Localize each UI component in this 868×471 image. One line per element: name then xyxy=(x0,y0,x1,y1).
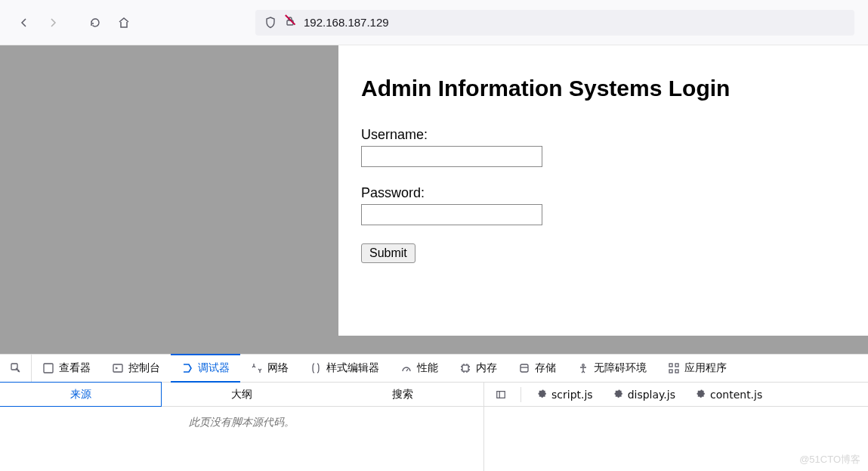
extension-icon xyxy=(538,389,548,400)
tab-network-label: 网络 xyxy=(267,361,289,375)
password-label: Password: xyxy=(361,185,845,201)
login-panel: Admin Information Systems Login Username… xyxy=(338,45,868,336)
devtools-left-pane: 来源 大纲 搜索 此页没有脚本源代码。 xyxy=(0,383,484,471)
toggle-panel-button[interactable] xyxy=(490,389,511,400)
tab-application-label: 应用程序 xyxy=(684,361,727,375)
svg-rect-8 xyxy=(675,364,678,367)
devtools-panel: 查看器 控制台 调试器 网络 样式编辑器 性能 内存 存储 xyxy=(0,354,868,471)
tab-accessibility-label: 无障碍环境 xyxy=(594,361,647,375)
password-input[interactable] xyxy=(361,204,542,225)
tab-storage[interactable]: 存储 xyxy=(508,355,567,382)
tab-debugger[interactable]: 调试器 xyxy=(171,354,240,383)
tab-style-editor-label: 样式编辑器 xyxy=(326,361,379,375)
browser-toolbar: 192.168.187.129 xyxy=(0,0,868,45)
script-tab-1-label: display.js xyxy=(628,389,675,401)
shield-icon xyxy=(264,17,276,29)
tab-inspector-label: 查看器 xyxy=(59,361,91,375)
svg-rect-5 xyxy=(520,364,528,372)
url-text: 192.168.187.129 xyxy=(304,16,389,29)
page-title: Admin Information Systems Login xyxy=(361,76,845,101)
subtab-outline[interactable]: 大纲 xyxy=(161,383,322,406)
svg-rect-0 xyxy=(287,20,293,25)
svg-rect-11 xyxy=(497,391,505,398)
tab-memory[interactable]: 内存 xyxy=(449,355,508,382)
svg-rect-7 xyxy=(669,364,672,367)
tab-performance-label: 性能 xyxy=(417,361,438,375)
element-picker-button[interactable] xyxy=(0,355,32,382)
tab-memory-label: 内存 xyxy=(476,361,497,375)
tab-accessibility[interactable]: 无障碍环境 xyxy=(567,355,657,382)
back-button[interactable] xyxy=(14,12,35,33)
username-input[interactable] xyxy=(361,146,542,167)
subtab-search-label: 搜索 xyxy=(392,388,413,401)
svg-point-6 xyxy=(582,364,585,367)
extension-icon xyxy=(697,389,707,400)
script-tab-1[interactable]: display.js xyxy=(607,389,683,401)
forward-button[interactable] xyxy=(42,12,63,33)
tab-console-label: 控制台 xyxy=(128,361,160,375)
username-label: Username: xyxy=(361,127,845,143)
script-tab-bar: script.js display.js content.js xyxy=(484,383,868,407)
page-viewport: Admin Information Systems Login Username… xyxy=(0,45,868,354)
tab-inspector[interactable]: 查看器 xyxy=(32,355,101,382)
tab-debugger-label: 调试器 xyxy=(198,361,230,375)
tab-application[interactable]: 应用程序 xyxy=(657,355,737,382)
tab-performance[interactable]: 性能 xyxy=(390,355,449,382)
script-tab-2[interactable]: content.js xyxy=(689,389,770,401)
script-tab-0-label: script.js xyxy=(551,389,593,401)
tab-network[interactable]: 网络 xyxy=(240,355,299,382)
svg-rect-4 xyxy=(462,365,468,371)
svg-rect-2 xyxy=(44,364,53,373)
sources-empty-message: 此页没有脚本源代码。 xyxy=(0,407,483,471)
subtab-outline-label: 大纲 xyxy=(231,388,252,401)
reload-button[interactable] xyxy=(85,12,106,33)
subtab-sources-label: 来源 xyxy=(70,388,91,401)
devtools-tabbar: 查看器 控制台 调试器 网络 样式编辑器 性能 内存 存储 xyxy=(0,355,868,383)
insecure-lock-icon xyxy=(284,15,296,29)
address-bar[interactable]: 192.168.187.129 xyxy=(255,10,854,36)
svg-rect-9 xyxy=(669,370,672,373)
devtools-body: 来源 大纲 搜索 此页没有脚本源代码。 script.js xyxy=(0,383,868,471)
tab-storage-label: 存储 xyxy=(535,361,556,375)
tab-console[interactable]: 控制台 xyxy=(101,355,171,382)
debugger-subtabs: 来源 大纲 搜索 xyxy=(0,383,483,407)
tab-style-editor[interactable]: 样式编辑器 xyxy=(299,355,390,382)
subtab-sources[interactable]: 来源 xyxy=(0,382,162,407)
home-button[interactable] xyxy=(113,12,134,33)
subtab-search[interactable]: 搜索 xyxy=(323,383,483,406)
script-tab-0[interactable]: script.js xyxy=(530,389,601,401)
submit-button[interactable]: Submit xyxy=(361,243,415,263)
script-tab-2-label: content.js xyxy=(710,389,762,401)
watermark: @51CTO博客 xyxy=(799,453,860,466)
svg-rect-10 xyxy=(675,370,678,373)
extension-icon xyxy=(614,389,625,400)
